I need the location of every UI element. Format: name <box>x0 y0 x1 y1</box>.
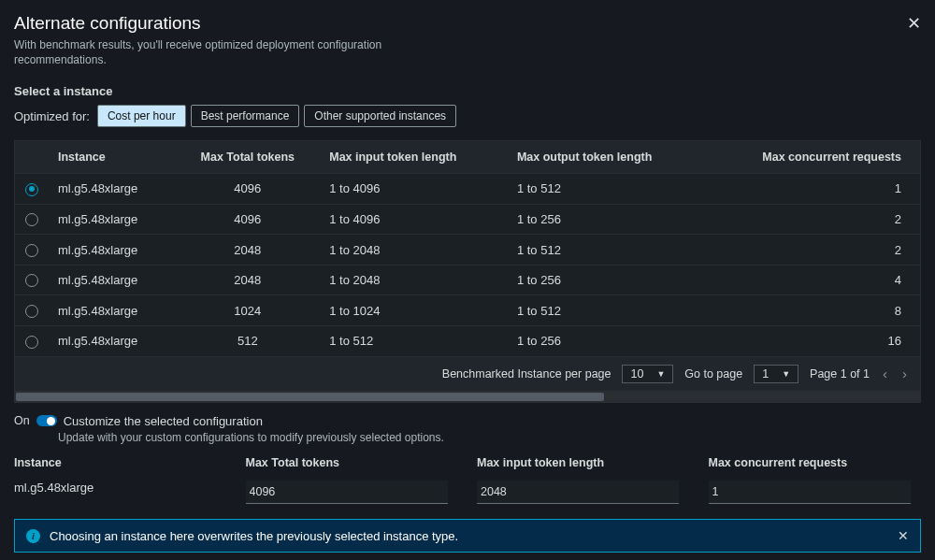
page-indicator: Page 1 of 1 <box>810 367 870 381</box>
col-output[interactable]: Max output token length <box>508 141 705 174</box>
col-select <box>15 141 49 174</box>
customize-label: Customize the selected configuration <box>64 414 263 428</box>
customize-subtext: Update with your custom configurations t… <box>58 431 451 446</box>
cell-output: 1 to 256 <box>508 204 705 235</box>
instance-label: Instance <box>14 456 227 469</box>
cell-input: 1 to 1024 <box>320 295 508 326</box>
customize-toggle[interactable] <box>36 415 57 426</box>
per-page-select[interactable]: 10 ▼ <box>622 365 673 383</box>
table-row[interactable]: ml.g5.48xlarge10241 to 10241 to 5128 <box>15 295 920 326</box>
select-instance-label: Select a instance <box>14 84 921 98</box>
form-concurrent: Max concurrent requests <box>709 456 922 504</box>
cell-instance: ml.g5.48xlarge <box>49 295 175 326</box>
modal-container: Alternate configurations ✕ With benchmar… <box>0 0 935 560</box>
cell-input: 1 to 4096 <box>320 174 508 205</box>
cell-input: 1 to 512 <box>320 326 508 356</box>
row-radio[interactable] <box>25 183 38 196</box>
cell-concurrent: 2 <box>705 235 920 266</box>
input-length-label: Max input token length <box>477 456 690 469</box>
cell-total: 2048 <box>175 235 320 266</box>
col-total[interactable]: Max Total tokens <box>175 141 320 174</box>
alert-close-icon[interactable]: ✕ <box>898 528 909 543</box>
alert-message: Choosing an instance here overwrites the… <box>50 529 888 543</box>
form-total-tokens: Max Total tokens <box>246 456 459 504</box>
table-row[interactable]: ml.g5.48xlarge20481 to 20481 to 5122 <box>15 235 920 266</box>
caret-down-icon: ▼ <box>656 369 665 379</box>
goto-page-select[interactable]: 1 ▼ <box>754 365 798 383</box>
input-length-input[interactable] <box>477 481 679 504</box>
horizontal-scrollbar[interactable] <box>14 392 921 403</box>
cell-total: 2048 <box>175 265 320 295</box>
cell-input: 1 to 2048 <box>320 235 508 266</box>
table-pager: Benchmarked Instance per page 10 ▼ Go to… <box>15 356 920 391</box>
caret-down-icon: ▼ <box>782 369 790 379</box>
table-row[interactable]: ml.g5.48xlarge20481 to 20481 to 2564 <box>15 265 920 295</box>
row-radio[interactable] <box>25 305 38 318</box>
instance-value: ml.g5.48xlarge <box>14 481 227 495</box>
seg-cost-per-hour[interactable]: Cost per hour <box>97 105 186 127</box>
cell-concurrent: 8 <box>705 295 920 326</box>
cell-concurrent: 4 <box>705 265 920 295</box>
optimized-for-label: Optimized for: <box>14 109 90 123</box>
cell-total: 4096 <box>175 204 320 235</box>
instance-table-wrap: Instance Max Total tokens Max input toke… <box>14 140 921 391</box>
cell-output: 1 to 256 <box>508 265 705 295</box>
row-radio[interactable] <box>25 213 38 226</box>
concurrent-label: Max concurrent requests <box>709 456 922 469</box>
total-tokens-input[interactable] <box>246 481 448 504</box>
cell-total: 512 <box>175 326 320 356</box>
table-row[interactable]: ml.g5.48xlarge40961 to 40961 to 2562 <box>15 204 920 235</box>
cell-concurrent: 16 <box>705 326 920 356</box>
total-tokens-label: Max Total tokens <box>246 456 459 469</box>
col-instance[interactable]: Instance <box>49 141 175 174</box>
form-input-length: Max input token length <box>477 456 690 504</box>
cell-total: 1024 <box>175 295 320 326</box>
row-radio[interactable] <box>25 244 38 257</box>
instance-table: Instance Max Total tokens Max input toke… <box>15 141 920 355</box>
optimization-segment: Cost per hour Best performance Other sup… <box>97 105 456 127</box>
form-instance: Instance ml.g5.48xlarge <box>14 456 227 504</box>
modal-subtitle: With benchmark results, you'll receive o… <box>14 38 416 67</box>
cell-instance: ml.g5.48xlarge <box>49 174 175 205</box>
info-alert: i Choosing an instance here overwrites t… <box>14 519 921 553</box>
cell-input: 1 to 2048 <box>320 265 508 295</box>
cell-output: 1 to 256 <box>508 326 705 356</box>
cell-instance: ml.g5.48xlarge <box>49 235 175 266</box>
table-row[interactable]: ml.g5.48xlarge40961 to 40961 to 5121 <box>15 174 920 205</box>
prev-page-icon[interactable]: ‹ <box>881 366 889 381</box>
cell-concurrent: 2 <box>705 204 920 235</box>
toggle-state-label: On <box>14 414 30 427</box>
table-row[interactable]: ml.g5.48xlarge5121 to 5121 to 25616 <box>15 326 920 356</box>
row-radio[interactable] <box>25 274 38 287</box>
cell-output: 1 to 512 <box>508 295 705 326</box>
seg-other-instances[interactable]: Other supported instances <box>304 105 456 127</box>
cell-total: 4096 <box>175 174 320 205</box>
col-input[interactable]: Max input token length <box>320 141 508 174</box>
cell-output: 1 to 512 <box>508 174 705 205</box>
next-page-icon[interactable]: › <box>900 366 909 381</box>
seg-best-performance[interactable]: Best performance <box>191 105 300 127</box>
cell-input: 1 to 4096 <box>320 204 508 235</box>
cell-instance: ml.g5.48xlarge <box>49 326 175 356</box>
goto-label: Go to page <box>684 367 742 381</box>
cell-concurrent: 1 <box>705 174 920 205</box>
cell-output: 1 to 512 <box>508 235 705 266</box>
modal-title: Alternate configurations <box>14 13 201 34</box>
row-radio[interactable] <box>25 336 38 349</box>
info-icon: i <box>26 529 40 543</box>
customize-form: Instance ml.g5.48xlarge Max Total tokens… <box>14 456 921 504</box>
close-icon[interactable]: ✕ <box>907 13 921 34</box>
customize-toggle-row: On Customize the selected configuration <box>14 414 921 428</box>
cell-instance: ml.g5.48xlarge <box>49 265 175 295</box>
concurrent-input[interactable] <box>709 481 911 504</box>
cell-instance: ml.g5.48xlarge <box>49 204 175 235</box>
modal-header: Alternate configurations ✕ <box>14 13 921 34</box>
optimized-for-row: Optimized for: Cost per hour Best perfor… <box>14 105 921 127</box>
col-concurrent[interactable]: Max concurrent requests <box>705 141 920 174</box>
per-page-label: Benchmarked Instance per page <box>442 367 611 381</box>
